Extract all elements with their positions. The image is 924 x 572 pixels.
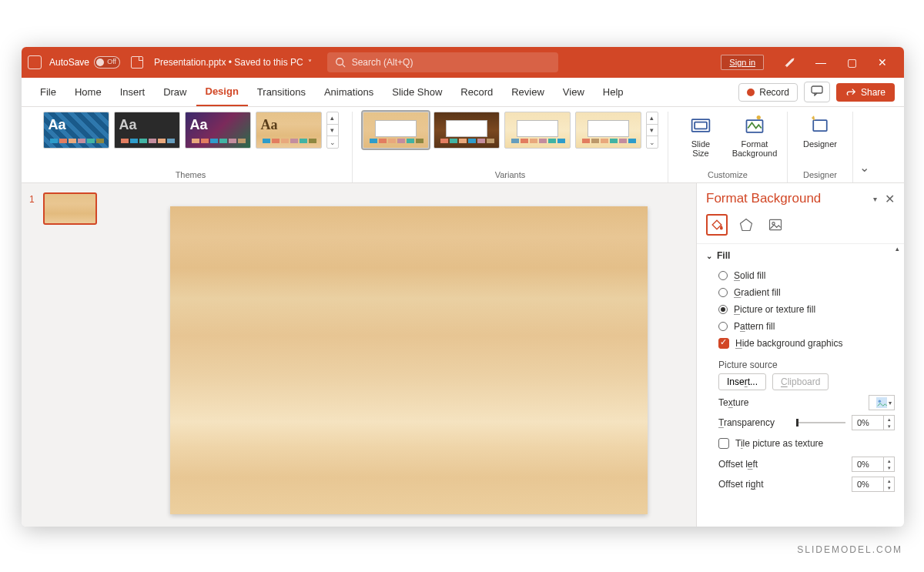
clipboard-button[interactable]: Clipboard	[772, 373, 829, 390]
down-arrow-icon[interactable]: ▾	[647, 125, 658, 137]
fill-tab[interactable]	[706, 214, 728, 236]
variant-thumb[interactable]	[363, 112, 429, 149]
pattern-fill-radio[interactable]: Pattern fill	[706, 318, 895, 335]
tab-animations[interactable]: Animations	[315, 78, 383, 106]
tab-review[interactable]: Review	[502, 78, 554, 106]
theme-thumb[interactable]: Aa	[114, 112, 180, 149]
ribbon: Aa Aa Aa Aa ▴▾⌄ Themes ▴▾⌄ Variants	[22, 107, 904, 183]
tab-slideshow[interactable]: Slide Show	[383, 78, 451, 106]
minimize-button[interactable]: —	[805, 47, 836, 78]
down-arrow-icon[interactable]: ▾	[327, 125, 338, 137]
svg-rect-11	[876, 397, 887, 408]
svg-point-10	[772, 222, 775, 225]
group-label-designer: Designer	[803, 167, 837, 182]
hide-graphics-checkbox[interactable]: Hide background graphics	[706, 335, 895, 352]
slide-size-icon	[690, 115, 711, 136]
tab-view[interactable]: View	[554, 78, 594, 106]
slide-canvas[interactable]	[170, 206, 648, 514]
themes-gallery-scroll[interactable]: ▴▾⌄	[326, 112, 339, 149]
autosave-label: AutoSave	[49, 57, 89, 68]
more-arrow-icon[interactable]: ⌄	[327, 136, 338, 148]
autosave-control[interactable]: AutoSave Off	[49, 56, 120, 69]
up-arrow-icon[interactable]: ▴	[647, 112, 658, 125]
record-dot-icon	[747, 89, 755, 96]
tab-help[interactable]: Help	[594, 78, 633, 106]
offset-right-spinner[interactable]: 0%▴▾	[852, 477, 895, 492]
transparency-slider[interactable]	[796, 422, 845, 423]
slide-canvas-area	[122, 183, 696, 527]
save-icon[interactable]	[131, 56, 143, 69]
designer-button[interactable]: Designer	[795, 112, 845, 149]
effects-tab[interactable]	[735, 214, 757, 236]
picture-fill-radio[interactable]: Picture or texture fill	[706, 301, 895, 318]
tab-draw[interactable]: Draw	[154, 78, 196, 106]
picture-icon	[768, 217, 783, 232]
comments-button[interactable]	[804, 82, 830, 102]
variant-thumb[interactable]	[434, 112, 500, 149]
offset-left-label: Offset left	[718, 459, 845, 470]
pane-options-button[interactable]: ▾	[873, 195, 877, 203]
pen-input-icon[interactable]	[775, 47, 805, 78]
group-label-variants: Variants	[495, 167, 526, 182]
share-button[interactable]: Share	[836, 83, 895, 102]
variants-gallery-scroll[interactable]: ▴▾⌄	[646, 112, 658, 149]
tile-checkbox[interactable]: Tile picture as texture	[706, 435, 895, 452]
svg-marker-8	[741, 219, 752, 231]
watermark: SLIDEMODEL.COM	[797, 544, 902, 555]
texture-label: Texture	[718, 397, 862, 408]
app-window: AutoSave Off Presentation.pptx • Saved t…	[22, 47, 904, 527]
tab-file[interactable]: File	[31, 78, 65, 106]
svg-rect-4	[695, 122, 707, 129]
svg-rect-9	[770, 219, 782, 229]
maximize-button[interactable]: ▢	[836, 47, 867, 78]
close-button[interactable]: ✕	[867, 47, 898, 78]
collapse-ribbon-button[interactable]: ⌄	[853, 112, 875, 182]
tab-design[interactable]: Design	[196, 78, 248, 106]
paint-bucket-icon	[709, 217, 725, 232]
slide-thumbnails-panel: 1	[22, 183, 122, 527]
slide-thumbnail[interactable]	[43, 192, 97, 225]
pane-body: ⌄Fill Solid fill Gradient fill Picture o…	[697, 244, 904, 498]
chevron-down-icon[interactable]: ˅	[308, 59, 312, 67]
title-bar: AutoSave Off Presentation.pptx • Saved t…	[22, 47, 904, 78]
slide-size-button[interactable]: Slide Size	[676, 112, 725, 158]
group-label-themes: Themes	[176, 167, 206, 182]
tab-home[interactable]: Home	[65, 78, 111, 106]
variant-thumb[interactable]	[575, 112, 641, 149]
themes-group: Aa Aa Aa Aa ▴▾⌄ Themes	[29, 112, 353, 182]
tab-record[interactable]: Record	[451, 78, 502, 106]
texture-swatch-icon	[876, 397, 887, 408]
fill-section-header[interactable]: ⌄Fill	[706, 250, 895, 261]
svg-rect-7	[813, 120, 827, 131]
signin-button[interactable]: Sign in	[721, 55, 764, 70]
gradient-fill-radio[interactable]: Gradient fill	[706, 284, 895, 301]
svg-point-12	[879, 400, 882, 403]
texture-picker[interactable]	[869, 395, 895, 410]
theme-thumb[interactable]: Aa	[185, 112, 251, 149]
theme-thumb[interactable]: Aa	[256, 112, 322, 149]
insert-button[interactable]: Insert...	[718, 373, 766, 390]
picture-tab[interactable]	[765, 214, 786, 236]
solid-fill-radio[interactable]: Solid fill	[706, 267, 895, 284]
record-button[interactable]: Record	[738, 83, 798, 102]
offset-left-spinner[interactable]: 0%▴▾	[852, 457, 895, 472]
ribbon-tabs: File Home Insert Draw Design Transitions…	[22, 78, 904, 107]
up-arrow-icon[interactable]: ▴	[327, 112, 338, 125]
pane-close-button[interactable]: ✕	[885, 192, 895, 206]
svg-line-1	[342, 65, 345, 68]
theme-thumb[interactable]: Aa	[43, 112, 109, 149]
variant-thumb[interactable]	[504, 112, 571, 149]
format-background-button[interactable]: Format Background	[730, 112, 779, 158]
tab-insert[interactable]: Insert	[111, 78, 155, 106]
svg-point-6	[757, 115, 761, 119]
more-arrow-icon[interactable]: ⌄	[647, 136, 658, 148]
document-title[interactable]: Presentation.pptx • Saved to this PC	[154, 57, 303, 68]
picture-source-label: Picture source	[706, 352, 895, 373]
autosave-toggle[interactable]: Off	[94, 56, 120, 69]
slide-thumb-number: 1	[29, 194, 35, 205]
transparency-spinner[interactable]: 0%▴▾	[852, 415, 895, 430]
tab-transitions[interactable]: Transitions	[248, 78, 315, 106]
designer-group: Designer Designer	[788, 112, 853, 182]
pane-scrollbar[interactable]: ▴▾	[892, 245, 902, 523]
search-input[interactable]: Search (Alt+Q)	[327, 52, 558, 72]
